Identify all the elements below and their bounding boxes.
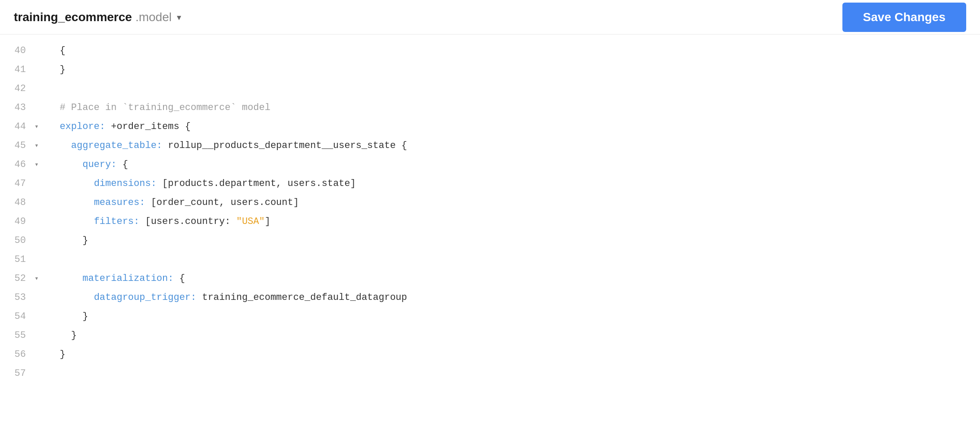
line-number: 43 (0, 98, 26, 117)
line-number: 40 (0, 41, 26, 60)
line-numbers: 404142434445464748495051525354555657 (0, 35, 35, 422)
file-title: training_ecommerce.model ▾ (14, 10, 181, 24)
code-line: } (48, 345, 966, 364)
line-number: 47 (0, 174, 26, 193)
code-line: aggregate_table: rollup__products_depart… (48, 136, 966, 155)
save-changes-button[interactable]: Save Changes (842, 3, 966, 32)
code-line: query: { (48, 155, 966, 174)
code-line (48, 250, 966, 269)
fold-arrow (35, 79, 45, 98)
code-line: measures: [order_count, users.count] (48, 193, 966, 212)
fold-arrow[interactable]: ▾ (35, 117, 45, 136)
line-number: 46 (0, 155, 26, 174)
fold-arrow (35, 174, 45, 193)
fold-arrow (35, 60, 45, 79)
fold-indicators: ▾▾▾▾ (35, 35, 45, 422)
fold-arrow (35, 41, 45, 60)
fold-arrow (35, 98, 45, 117)
code-content[interactable]: { } # Place in `training_ecommerce` mode… (45, 35, 980, 422)
code-line: dimensions: [products.department, users.… (48, 174, 966, 193)
line-number: 45 (0, 136, 26, 155)
line-number: 52 (0, 269, 26, 288)
fold-arrow[interactable]: ▾ (35, 155, 45, 174)
fold-arrow[interactable]: ▾ (35, 136, 45, 155)
header: training_ecommerce.model ▾ Save Changes (0, 0, 980, 35)
code-line: # Place in `training_ecommerce` model (48, 98, 966, 117)
code-line: filters: [users.country: "USA"] (48, 212, 966, 231)
line-number: 55 (0, 326, 26, 345)
line-number: 50 (0, 231, 26, 250)
line-number: 41 (0, 60, 26, 79)
fold-arrow (35, 326, 45, 345)
code-line: } (48, 231, 966, 250)
line-number: 57 (0, 364, 26, 383)
chevron-down-icon[interactable]: ▾ (177, 12, 181, 22)
code-line: } (48, 307, 966, 326)
code-line: materialization: { (48, 269, 966, 288)
code-line: } (48, 326, 966, 345)
fold-arrow (35, 345, 45, 364)
fold-arrow[interactable]: ▾ (35, 269, 45, 288)
fold-arrow (35, 231, 45, 250)
line-number: 51 (0, 250, 26, 269)
code-line (48, 79, 966, 98)
code-line: explore: +order_items { (48, 117, 966, 136)
fold-arrow (35, 193, 45, 212)
fold-arrow (35, 364, 45, 383)
line-number: 56 (0, 345, 26, 364)
fold-arrow (35, 307, 45, 326)
fold-arrow (35, 212, 45, 231)
editor: 404142434445464748495051525354555657 ▾▾▾… (0, 35, 980, 422)
code-line: { (48, 41, 966, 60)
line-number: 49 (0, 212, 26, 231)
file-ext: .model (135, 10, 172, 24)
code-line (48, 364, 966, 383)
line-number: 48 (0, 193, 26, 212)
fold-arrow (35, 288, 45, 307)
line-number: 53 (0, 288, 26, 307)
file-name: training_ecommerce (14, 10, 132, 24)
line-number: 54 (0, 307, 26, 326)
line-number: 44 (0, 117, 26, 136)
code-line: datagroup_trigger: training_ecommerce_de… (48, 288, 966, 307)
code-line: } (48, 60, 966, 79)
line-number: 42 (0, 79, 26, 98)
fold-arrow (35, 250, 45, 269)
